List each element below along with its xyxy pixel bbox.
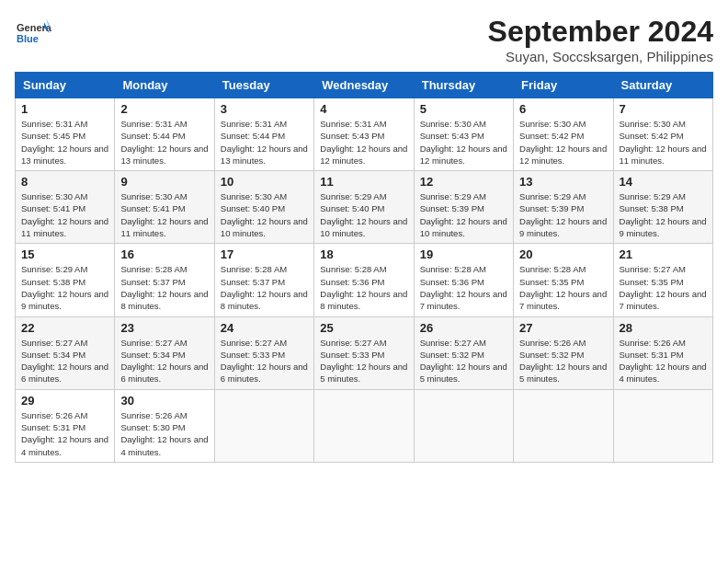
table-row: 7Sunrise: 5:30 AM Sunset: 5:42 PM Daylig… — [613, 98, 712, 171]
table-row — [613, 389, 712, 462]
table-row — [214, 389, 313, 462]
table-row: 15Sunrise: 5:29 AM Sunset: 5:38 PM Dayli… — [16, 244, 115, 316]
table-row: 2Sunrise: 5:31 AM Sunset: 5:44 PM Daylig… — [115, 98, 214, 171]
calendar-week-row: 15Sunrise: 5:29 AM Sunset: 5:38 PM Dayli… — [16, 244, 713, 316]
table-row: 10Sunrise: 5:30 AM Sunset: 5:40 PM Dayli… — [214, 171, 313, 244]
calendar-week-row: 8Sunrise: 5:30 AM Sunset: 5:41 PM Daylig… — [16, 171, 713, 244]
table-row: 12Sunrise: 5:29 AM Sunset: 5:39 PM Dayli… — [414, 171, 513, 244]
day-info: Sunrise: 5:29 AM Sunset: 5:39 PM Dayligh… — [420, 190, 507, 239]
day-number: 8 — [21, 175, 108, 189]
day-info: Sunrise: 5:27 AM Sunset: 5:33 PM Dayligh… — [320, 337, 407, 385]
table-row: 4Sunrise: 5:31 AM Sunset: 5:43 PM Daylig… — [314, 98, 414, 171]
day-number: 16 — [120, 247, 208, 261]
day-number: 3 — [221, 102, 308, 116]
header-sunday: Sunday — [16, 73, 115, 98]
day-info: Sunrise: 5:26 AM Sunset: 5:31 PM Dayligh… — [21, 409, 108, 458]
day-number: 12 — [420, 175, 507, 189]
table-row: 5Sunrise: 5:30 AM Sunset: 5:43 PM Daylig… — [414, 98, 513, 171]
calendar-week-row: 1Sunrise: 5:31 AM Sunset: 5:45 PM Daylig… — [16, 98, 713, 171]
calendar-week-row: 22Sunrise: 5:27 AM Sunset: 5:34 PM Dayli… — [16, 316, 713, 389]
day-info: Sunrise: 5:30 AM Sunset: 5:42 PM Dayligh… — [620, 118, 707, 167]
day-info: Sunrise: 5:31 AM Sunset: 5:44 PM Dayligh… — [120, 118, 208, 167]
table-row: 9Sunrise: 5:30 AM Sunset: 5:41 PM Daylig… — [115, 171, 214, 244]
day-number: 24 — [221, 321, 308, 335]
day-number: 20 — [519, 247, 607, 261]
day-number: 28 — [620, 321, 707, 335]
table-row: 16Sunrise: 5:28 AM Sunset: 5:37 PM Dayli… — [115, 244, 214, 316]
table-row: 30Sunrise: 5:26 AM Sunset: 5:30 PM Dayli… — [115, 389, 214, 462]
day-number: 6 — [519, 102, 607, 116]
day-info: Sunrise: 5:28 AM Sunset: 5:36 PM Dayligh… — [320, 263, 407, 312]
day-number: 5 — [420, 102, 507, 116]
table-row: 18Sunrise: 5:28 AM Sunset: 5:36 PM Dayli… — [314, 244, 414, 316]
table-row: 27Sunrise: 5:26 AM Sunset: 5:32 PM Dayli… — [514, 316, 613, 389]
day-info: Sunrise: 5:26 AM Sunset: 5:30 PM Dayligh… — [120, 409, 208, 458]
day-number: 29 — [21, 394, 108, 408]
day-info: Sunrise: 5:26 AM Sunset: 5:32 PM Dayligh… — [519, 337, 607, 385]
weekday-header-row: Sunday Monday Tuesday Wednesday Thursday… — [16, 73, 713, 98]
header-tuesday: Tuesday — [214, 73, 313, 98]
svg-text:Blue: Blue — [17, 33, 39, 44]
header-friday: Friday — [514, 73, 613, 98]
header-thursday: Thursday — [414, 73, 513, 98]
calendar-table: Sunday Monday Tuesday Wednesday Thursday… — [15, 72, 713, 463]
day-info: Sunrise: 5:27 AM Sunset: 5:35 PM Dayligh… — [620, 263, 707, 312]
table-row — [514, 389, 613, 462]
day-info: Sunrise: 5:30 AM Sunset: 5:41 PM Dayligh… — [21, 190, 108, 239]
day-info: Sunrise: 5:30 AM Sunset: 5:41 PM Dayligh… — [120, 190, 208, 239]
table-row: 19Sunrise: 5:28 AM Sunset: 5:36 PM Dayli… — [414, 244, 513, 316]
table-row: 14Sunrise: 5:29 AM Sunset: 5:38 PM Dayli… — [613, 171, 712, 244]
table-row: 22Sunrise: 5:27 AM Sunset: 5:34 PM Dayli… — [16, 316, 115, 389]
day-number: 22 — [21, 321, 108, 335]
day-number: 15 — [21, 247, 108, 261]
table-row: 21Sunrise: 5:27 AM Sunset: 5:35 PM Dayli… — [613, 244, 712, 316]
day-number: 10 — [221, 175, 308, 189]
day-info: Sunrise: 5:28 AM Sunset: 5:37 PM Dayligh… — [221, 263, 308, 312]
day-info: Sunrise: 5:31 AM Sunset: 5:45 PM Dayligh… — [21, 118, 108, 167]
day-number: 25 — [320, 321, 407, 335]
day-info: Sunrise: 5:31 AM Sunset: 5:44 PM Dayligh… — [221, 118, 308, 167]
day-info: Sunrise: 5:27 AM Sunset: 5:32 PM Dayligh… — [420, 337, 507, 385]
table-row: 29Sunrise: 5:26 AM Sunset: 5:31 PM Dayli… — [16, 389, 115, 462]
day-number: 9 — [120, 175, 208, 189]
day-info: Sunrise: 5:27 AM Sunset: 5:34 PM Dayligh… — [120, 337, 208, 385]
table-row: 11Sunrise: 5:29 AM Sunset: 5:40 PM Dayli… — [314, 171, 414, 244]
day-number: 30 — [120, 394, 208, 408]
day-info: Sunrise: 5:29 AM Sunset: 5:40 PM Dayligh… — [320, 190, 407, 239]
day-number: 4 — [320, 102, 407, 116]
table-row: 28Sunrise: 5:26 AM Sunset: 5:31 PM Dayli… — [613, 316, 712, 389]
table-row: 1Sunrise: 5:31 AM Sunset: 5:45 PM Daylig… — [16, 98, 115, 171]
day-number: 13 — [519, 175, 607, 189]
day-number: 23 — [120, 321, 208, 335]
day-number: 18 — [320, 247, 407, 261]
table-row — [314, 389, 414, 462]
table-row: 3Sunrise: 5:31 AM Sunset: 5:44 PM Daylig… — [214, 98, 313, 171]
table-row: 26Sunrise: 5:27 AM Sunset: 5:32 PM Dayli… — [414, 316, 513, 389]
header-wednesday: Wednesday — [314, 73, 414, 98]
location-title: Suyan, Soccsksargen, Philippines — [488, 49, 713, 64]
day-info: Sunrise: 5:28 AM Sunset: 5:35 PM Dayligh… — [519, 263, 607, 312]
logo: General Blue — [15, 15, 55, 52]
calendar-week-row: 29Sunrise: 5:26 AM Sunset: 5:31 PM Dayli… — [16, 389, 713, 462]
table-row: 8Sunrise: 5:30 AM Sunset: 5:41 PM Daylig… — [16, 171, 115, 244]
table-row — [414, 389, 513, 462]
day-info: Sunrise: 5:27 AM Sunset: 5:34 PM Dayligh… — [21, 337, 108, 385]
day-info: Sunrise: 5:29 AM Sunset: 5:39 PM Dayligh… — [519, 190, 607, 239]
day-info: Sunrise: 5:27 AM Sunset: 5:33 PM Dayligh… — [221, 337, 308, 385]
day-number: 27 — [519, 321, 607, 335]
table-row: 24Sunrise: 5:27 AM Sunset: 5:33 PM Dayli… — [214, 316, 313, 389]
title-block: September 2024 Suyan, Soccsksargen, Phil… — [488, 15, 713, 64]
day-info: Sunrise: 5:29 AM Sunset: 5:38 PM Dayligh… — [620, 190, 707, 239]
header-monday: Monday — [115, 73, 214, 98]
table-row: 17Sunrise: 5:28 AM Sunset: 5:37 PM Dayli… — [214, 244, 313, 316]
month-title: September 2024 — [488, 15, 713, 49]
day-number: 26 — [420, 321, 507, 335]
day-info: Sunrise: 5:30 AM Sunset: 5:40 PM Dayligh… — [221, 190, 308, 239]
day-info: Sunrise: 5:30 AM Sunset: 5:42 PM Dayligh… — [519, 118, 607, 167]
day-info: Sunrise: 5:28 AM Sunset: 5:37 PM Dayligh… — [120, 263, 208, 312]
table-row: 23Sunrise: 5:27 AM Sunset: 5:34 PM Dayli… — [115, 316, 214, 389]
day-info: Sunrise: 5:29 AM Sunset: 5:38 PM Dayligh… — [21, 263, 108, 312]
day-info: Sunrise: 5:26 AM Sunset: 5:31 PM Dayligh… — [620, 337, 707, 385]
day-number: 11 — [320, 175, 407, 189]
day-info: Sunrise: 5:28 AM Sunset: 5:36 PM Dayligh… — [420, 263, 507, 312]
